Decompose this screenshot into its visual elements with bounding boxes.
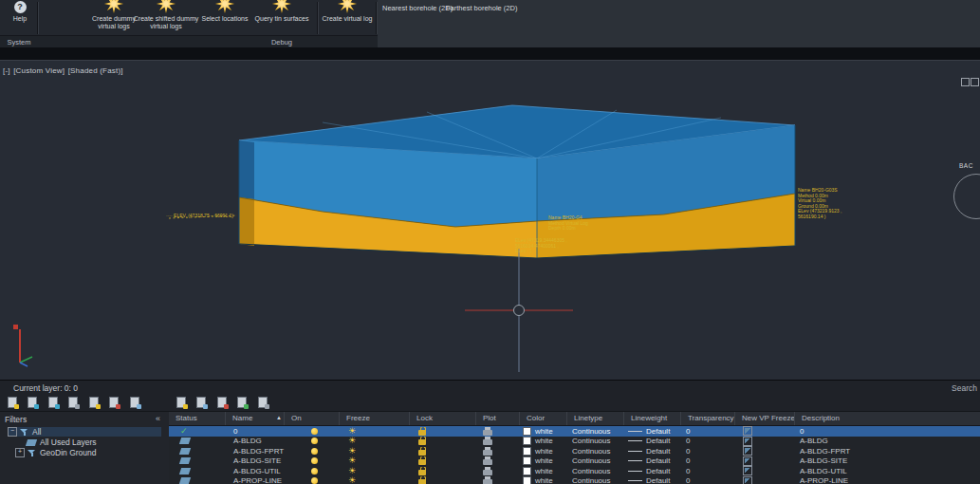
freeze-sun-icon[interactable] bbox=[348, 476, 356, 484]
layer-unisolate-icon[interactable] bbox=[107, 397, 121, 409]
column-header-plot[interactable]: Plot bbox=[476, 412, 520, 425]
lock-icon[interactable] bbox=[418, 439, 426, 445]
layer-row[interactable]: A-BLDG-UTIL white Continuous Default 0 A… bbox=[169, 466, 980, 476]
transparency-cell[interactable]: 0 bbox=[681, 456, 735, 465]
column-header-status[interactable]: Status bbox=[169, 412, 226, 425]
viewcube[interactable]: BAC bbox=[944, 151, 980, 236]
column-header-new-vp-freeze[interactable]: New VP Freeze bbox=[735, 412, 795, 425]
viewcube-face-label[interactable]: BAC bbox=[959, 162, 973, 169]
lineweight-cell[interactable]: Default bbox=[624, 476, 681, 484]
color-cell[interactable]: white bbox=[520, 456, 567, 465]
linetype-cell[interactable]: Continuous bbox=[567, 476, 624, 484]
transparency-cell[interactable]: 0 bbox=[681, 467, 735, 475]
layer-row[interactable]: A-BLDG white Continuous Default 0 A-BLDG bbox=[169, 437, 980, 447]
color-cell[interactable]: white bbox=[520, 467, 567, 475]
column-header-lineweight[interactable]: Lineweight bbox=[624, 412, 681, 425]
layer-on-bulb-icon[interactable] bbox=[311, 457, 318, 464]
column-header-transparency[interactable]: Transparency bbox=[681, 412, 735, 425]
select-locations-button[interactable]: Select locations bbox=[197, 0, 252, 35]
farthest-borehole-button[interactable]: Farthest borehole (2D) bbox=[446, 4, 517, 12]
column-header-description[interactable]: Description bbox=[795, 412, 980, 425]
freeze-sun-icon[interactable] bbox=[348, 427, 356, 436]
layer-settings-icon[interactable] bbox=[66, 397, 81, 409]
linetype-cell[interactable]: Continuous bbox=[567, 437, 624, 445]
linetype-cell[interactable]: Continuous bbox=[567, 427, 624, 436]
freeze-sun-icon[interactable] bbox=[348, 467, 356, 475]
layer-on-bulb-icon[interactable] bbox=[311, 477, 318, 484]
filter-tree-item-geodin-ground[interactable]: GeoDin Ground bbox=[15, 448, 97, 457]
delete-layer-icon[interactable] bbox=[215, 397, 230, 409]
set-current-layer-icon[interactable] bbox=[235, 397, 250, 409]
layer-on-bulb-icon[interactable] bbox=[311, 437, 318, 444]
query-tin-surfaces-button[interactable]: Query tin surfaces bbox=[252, 0, 311, 35]
color-cell[interactable]: white bbox=[520, 437, 567, 445]
column-header-linetype[interactable]: Linetype bbox=[567, 412, 624, 425]
plot-printer-icon[interactable] bbox=[483, 439, 492, 445]
column-header-lock[interactable]: Lock bbox=[410, 412, 476, 425]
layer-on-bulb-icon[interactable] bbox=[311, 448, 318, 455]
lineweight-cell[interactable]: Default bbox=[624, 456, 681, 465]
filter-tree-item-all-used-layers[interactable]: All Used Layers bbox=[27, 437, 97, 447]
refresh-layers-icon[interactable] bbox=[256, 397, 270, 409]
linetype-cell[interactable]: Continuous bbox=[567, 467, 624, 475]
new-vp-frozen-layer-icon[interactable] bbox=[194, 397, 209, 409]
freeze-sun-icon[interactable] bbox=[348, 437, 356, 445]
column-header-name[interactable]: Name▲ bbox=[226, 412, 285, 425]
create-shifted-dummy-virtual-logs-button[interactable]: Create shifted dummy virtual logs bbox=[133, 0, 199, 35]
lock-icon[interactable] bbox=[418, 479, 426, 484]
freeze-sun-icon[interactable] bbox=[348, 447, 356, 456]
lock-icon[interactable] bbox=[418, 470, 426, 475]
layer-row[interactable]: 0 white Continuous Default 0 0 bbox=[169, 426, 980, 437]
new-layer-icon[interactable] bbox=[175, 397, 189, 409]
lineweight-cell[interactable]: Default bbox=[624, 427, 681, 436]
new-vp-freeze-icon[interactable] bbox=[743, 426, 752, 436]
nearest-borehole-button[interactable]: Nearest borehole (2D) bbox=[382, 4, 453, 12]
viewcube-compass-ring[interactable] bbox=[953, 174, 980, 219]
layer-isolate-icon[interactable] bbox=[87, 397, 102, 409]
tree-collapse-icon[interactable] bbox=[8, 427, 17, 437]
layer-states-icon[interactable] bbox=[6, 397, 20, 409]
new-vp-freeze-icon[interactable] bbox=[743, 437, 752, 446]
lineweight-cell[interactable]: Default bbox=[624, 467, 681, 475]
create-virtual-log-button[interactable]: Create virtual log bbox=[321, 0, 374, 35]
drawing-viewport[interactable]: [-] [Custom View] [Shaded (Fast)] bbox=[0, 60, 980, 381]
plot-printer-icon[interactable] bbox=[483, 430, 492, 436]
transparency-cell[interactable]: 0 bbox=[681, 447, 735, 456]
lock-icon[interactable] bbox=[418, 450, 426, 456]
lineweight-cell[interactable]: Default bbox=[624, 447, 681, 456]
new-group-filter-icon[interactable] bbox=[46, 397, 61, 409]
layer-walk-icon[interactable] bbox=[128, 397, 142, 409]
new-vp-freeze-icon[interactable] bbox=[743, 456, 752, 466]
new-vp-freeze-icon[interactable] bbox=[743, 446, 752, 456]
new-property-filter-icon[interactable] bbox=[26, 397, 40, 409]
layer-row[interactable]: A-BLDG-FPRT white Continuous Default 0 A… bbox=[169, 446, 980, 456]
color-cell[interactable]: white bbox=[520, 427, 567, 436]
collapse-filters-button[interactable]: « bbox=[156, 414, 160, 423]
transparency-cell[interactable]: 0 bbox=[681, 437, 735, 445]
filter-tree-item-all[interactable]: All bbox=[8, 427, 161, 437]
layer-row[interactable]: A-BLDG-SITE white Continuous Default 0 A… bbox=[169, 456, 980, 467]
lineweight-cell[interactable]: Default bbox=[624, 437, 681, 445]
column-header-freeze[interactable]: Freeze bbox=[340, 412, 410, 425]
plot-printer-icon[interactable] bbox=[483, 459, 492, 465]
debug-panel-label[interactable]: Debug bbox=[249, 38, 315, 47]
layer-on-bulb-icon[interactable] bbox=[311, 428, 318, 435]
linetype-cell[interactable]: Continuous bbox=[567, 447, 624, 456]
transparency-cell[interactable]: 0 bbox=[681, 476, 735, 484]
plot-printer-icon[interactable] bbox=[483, 479, 492, 484]
search-input[interactable]: Search bbox=[952, 383, 977, 393]
3d-model-canvas[interactable] bbox=[0, 61, 980, 381]
new-vp-freeze-icon[interactable] bbox=[743, 466, 752, 475]
lock-icon[interactable] bbox=[418, 430, 426, 436]
viewport-tool-icon[interactable] bbox=[961, 78, 970, 86]
plot-printer-icon[interactable] bbox=[483, 450, 492, 456]
help-button[interactable]: Help bbox=[4, 0, 36, 22]
lock-icon[interactable] bbox=[418, 459, 426, 465]
column-header-on[interactable]: On bbox=[285, 412, 340, 425]
color-cell[interactable]: white bbox=[520, 447, 567, 456]
freeze-sun-icon[interactable] bbox=[348, 456, 356, 465]
layer-on-bulb-icon[interactable] bbox=[311, 468, 318, 475]
new-vp-freeze-icon[interactable] bbox=[743, 476, 752, 484]
plot-printer-icon[interactable] bbox=[483, 470, 492, 475]
tree-expand-icon[interactable] bbox=[15, 448, 25, 457]
